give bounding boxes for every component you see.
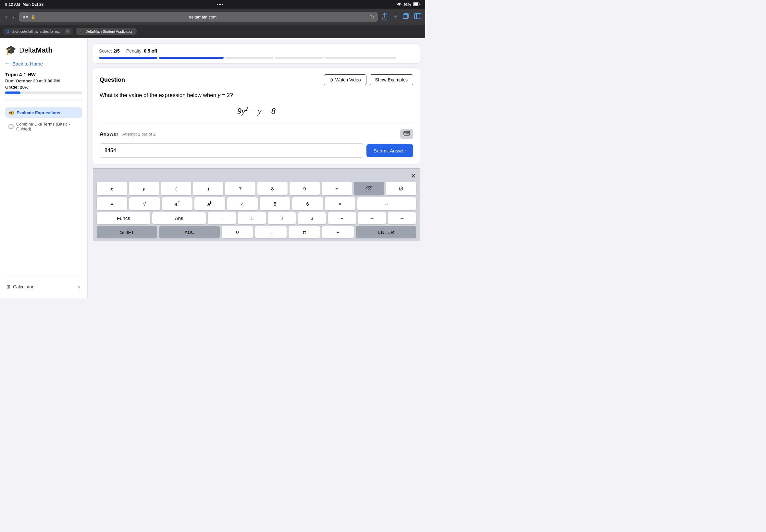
topic-label-inactive: Combine Like Terms (Basic - Guided) <box>16 122 79 131</box>
close-tab-google[interactable]: ✕ <box>65 29 70 34</box>
topic-inactive-icon <box>8 124 14 129</box>
key-comma[interactable]: , <box>208 212 236 224</box>
show-examples-button[interactable]: Show Examples <box>370 74 413 85</box>
topic-evaluate-expressions[interactable]: 🐠 Evaluate Expressions <box>5 107 82 118</box>
key-divide[interactable]: ÷ <box>322 182 352 195</box>
key-open-paren[interactable]: ( <box>161 182 191 195</box>
browser-actions[interactable]: + <box>381 13 421 21</box>
show-examples-label: Show Examples <box>375 77 408 82</box>
grade-label: Grade: 20% <box>5 85 82 90</box>
browser-nav[interactable]: ‹ › <box>4 12 16 22</box>
key-no-entry[interactable]: ⊘ <box>386 182 416 195</box>
progress-bar <box>99 57 414 59</box>
font-size-control[interactable]: AA <box>23 15 28 19</box>
question-card: Question ⊙ Watch Video Show Examples Wha… <box>93 67 420 164</box>
address-bar[interactable]: AA 🔒 deltamath.com ↻ <box>19 12 378 22</box>
key-close-paren[interactable]: ) <box>193 182 223 195</box>
calculator-toggle[interactable]: ⊞ Calculator ∨ <box>5 282 82 292</box>
key-right-arrow[interactable]: → <box>388 212 416 224</box>
calculator-left: ⊞ Calculator <box>6 284 33 289</box>
segment-5 <box>325 57 396 59</box>
answer-input[interactable] <box>100 143 363 158</box>
forward-nav-btn[interactable]: › <box>11 12 16 22</box>
keyboard-icon-button[interactable] <box>400 129 413 139</box>
keyboard-row-4: SHIFT ABC 0 . π + ENTER <box>97 226 416 238</box>
share-button[interactable] <box>381 13 388 21</box>
key-shift[interactable]: SHIFT <box>97 226 157 238</box>
key-7[interactable]: 7 <box>225 182 255 195</box>
tab-label-google: short cute fall hairstyles for medium ha… <box>11 30 63 33</box>
key-enter[interactable]: ENTER <box>356 226 416 238</box>
key-pi[interactable]: π <box>288 226 320 238</box>
key-8[interactable]: 8 <box>257 182 287 195</box>
battery-percent: 93% <box>404 3 411 6</box>
back-link-label: Back to Home <box>12 61 43 67</box>
deltamath-tab-icon: 🎓 <box>79 29 83 33</box>
keyboard-grid: x y ( ) 7 8 9 ÷ ⌫ ⊘ = √ a2 ab 4 <box>97 182 416 238</box>
key-plus[interactable]: + <box>322 226 353 238</box>
tab-bar: G short cute fall hairstyles for medium … <box>0 25 425 38</box>
key-4[interactable]: 4 <box>227 197 258 210</box>
key-power[interactable]: ab <box>194 197 225 210</box>
key-y[interactable]: y <box>129 182 159 195</box>
sidebar-bottom: ⊞ Calculator ∨ <box>5 276 82 292</box>
key-abc[interactable]: ABC <box>159 226 219 238</box>
refresh-button[interactable]: ↻ <box>370 14 374 20</box>
date: Mon Oct 28 <box>23 2 44 7</box>
watch-video-label: Watch Video <box>335 77 361 82</box>
add-tab-button[interactable]: + <box>393 13 397 21</box>
answer-left: Answer Attempt 2 out of 2 <box>100 131 155 137</box>
question-header: Question ⊙ Watch Video Show Examples <box>100 74 413 85</box>
topic-combine-like-terms[interactable]: Combine Like Terms (Basic - Guided) <box>5 119 82 134</box>
key-x[interactable]: x <box>97 182 127 195</box>
watch-video-button[interactable]: ⊙ Watch Video <box>324 74 366 85</box>
calculator-icon: ⊞ <box>6 284 10 289</box>
grade-bar-fill <box>5 91 20 94</box>
key-2[interactable]: 2 <box>268 212 296 224</box>
key-sqrt[interactable]: √ <box>129 197 160 210</box>
assignment-info: Topic 4-1 HW Due: October 30 at 3:00 PM … <box>5 72 82 94</box>
dot3 <box>222 4 223 5</box>
url-display[interactable]: deltamath.com <box>38 15 367 19</box>
key-funcs[interactable]: Funcs <box>97 212 150 224</box>
wifi-icon <box>397 2 402 7</box>
grade-section: Grade: 20% <box>5 85 82 94</box>
tabs-overview-button[interactable] <box>403 13 409 21</box>
sidebar-toggle-button[interactable] <box>414 13 421 21</box>
score-row: Score: 2/5 Penalty: 0.5 off <box>99 48 414 54</box>
key-multiply[interactable]: × <box>325 197 355 210</box>
key-5[interactable]: 5 <box>260 197 290 210</box>
key-9[interactable]: 9 <box>289 182 320 195</box>
key-backspace[interactable]: ⌫ <box>354 182 384 195</box>
keyboard-close-button[interactable]: ✕ <box>411 172 416 180</box>
tab-deltamath[interactable]: 🎓 DeltaMath Student Application <box>76 28 136 35</box>
key-equals[interactable]: = <box>97 197 127 210</box>
svg-rect-3 <box>415 14 421 19</box>
segment-4 <box>275 57 323 59</box>
assignment-due: Due: October 30 at 3:00 PM <box>5 79 82 83</box>
assignment-title: Topic 4-1 HW <box>5 72 82 77</box>
back-nav-btn[interactable]: ‹ <box>4 12 8 22</box>
key-squared[interactable]: a2 <box>162 197 192 210</box>
sidebar-divider <box>5 101 82 101</box>
key-0[interactable]: 0 <box>222 226 253 238</box>
svg-rect-1 <box>413 3 418 6</box>
back-to-home-link[interactable]: ← Back to Home <box>5 61 82 67</box>
topic-label-active: Evaluate Expressions <box>17 110 60 115</box>
key-6[interactable]: 6 <box>292 197 322 210</box>
key-1[interactable]: 1 <box>238 212 266 224</box>
attempt-text: Attempt 2 out of 2 <box>122 132 156 137</box>
key-minus[interactable]: − <box>328 212 356 224</box>
time: 9:12 AM <box>5 2 20 7</box>
submit-answer-button[interactable]: Submit Answer <box>366 144 413 157</box>
key-left-arrow[interactable]: ← <box>358 212 386 224</box>
main-layout: 🎓 DeltaMath ← Back to Home Topic 4-1 HW … <box>0 38 425 298</box>
key-left-right-arrow[interactable]: ↔ <box>357 197 416 210</box>
tab-google-search[interactable]: G short cute fall hairstyles for medium … <box>3 28 73 35</box>
logo-icon: 🎓 <box>5 45 17 55</box>
key-3[interactable]: 3 <box>298 212 326 224</box>
score-label: Score: 2/5 <box>99 48 120 54</box>
key-ans[interactable]: Ans <box>152 212 206 224</box>
key-dot[interactable]: . <box>255 226 286 238</box>
calculator-label: Calculator <box>13 284 33 289</box>
